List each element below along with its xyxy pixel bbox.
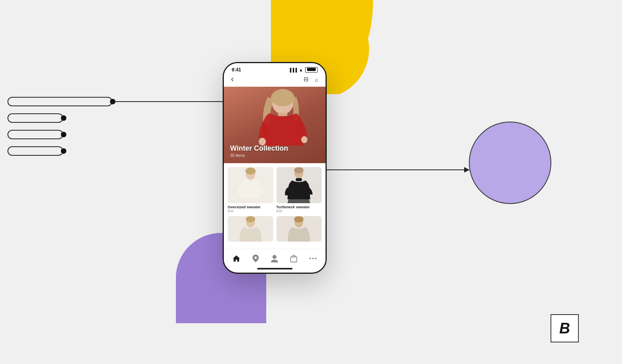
products-section: Oversized sweater $45 xyxy=(224,163,326,249)
status-bar: 9:41 ▐▐▐ ▲ xyxy=(224,63,326,74)
svg-rect-13 xyxy=(278,112,287,116)
tab-profile[interactable] xyxy=(267,252,282,265)
hero-text: Winter Collection 30 items xyxy=(230,144,288,158)
svg-rect-20 xyxy=(296,178,302,181)
product-name: Turtleneck sweater xyxy=(276,205,322,209)
status-time: 9:41 xyxy=(232,67,241,73)
tab-home[interactable] xyxy=(229,252,243,265)
svg-point-4 xyxy=(61,115,66,121)
products-grid: Oversized sweater $45 xyxy=(228,167,322,242)
filter-button[interactable]: ⊟ xyxy=(304,76,309,83)
status-icons: ▐▐▐ ▲ xyxy=(289,67,318,73)
svg-point-24 xyxy=(294,216,304,222)
svg-rect-5 xyxy=(8,130,63,139)
product-card[interactable] xyxy=(276,216,322,242)
svg-marker-10 xyxy=(464,167,470,173)
phone-mockup: 9:41 ▐▐▐ ▲ ‹ ⊟ ⌕ xyxy=(223,62,327,274)
svg-point-15 xyxy=(301,136,307,143)
product-name: Oversized sweater xyxy=(228,205,273,209)
product-card[interactable]: Oversized sweater $45 xyxy=(228,167,273,213)
tab-location[interactable] xyxy=(249,252,263,265)
tab-bag[interactable] xyxy=(287,252,301,265)
svg-point-26 xyxy=(273,255,276,259)
svg-point-12 xyxy=(271,89,295,106)
svg-rect-27 xyxy=(291,257,297,262)
tab-more[interactable] xyxy=(306,252,320,265)
svg-point-19 xyxy=(294,167,304,173)
purple-circle-decoration xyxy=(469,122,551,204)
svg-point-25 xyxy=(254,257,257,259)
product-card[interactable]: Turtleneck sweater $38 xyxy=(276,167,322,213)
battery-icon xyxy=(305,67,318,73)
svg-point-1 xyxy=(110,99,115,104)
tab-bar xyxy=(224,249,326,266)
brand-logo: B xyxy=(551,314,579,342)
nav-bar: ‹ ⊟ ⌕ xyxy=(224,74,326,87)
item-count: 30 items xyxy=(230,153,288,158)
search-button[interactable]: ⌕ xyxy=(315,76,318,83)
product-price: $38 xyxy=(276,209,322,213)
back-button[interactable]: ‹ xyxy=(231,75,234,84)
svg-rect-7 xyxy=(8,147,63,155)
hero-banner: Winter Collection 30 items xyxy=(224,87,326,163)
svg-rect-0 xyxy=(8,97,112,106)
svg-point-8 xyxy=(61,148,66,154)
collection-title: Winter Collection xyxy=(230,144,288,153)
svg-point-22 xyxy=(246,216,255,222)
phone-frame: 9:41 ▐▐▐ ▲ ‹ ⊟ ⌕ xyxy=(223,62,327,274)
home-indicator xyxy=(257,268,293,269)
product-card[interactable] xyxy=(228,216,273,242)
svg-point-6 xyxy=(61,132,66,137)
wifi-icon: ▲ xyxy=(299,67,303,72)
signal-icon: ▐▐▐ xyxy=(289,68,297,72)
svg-rect-3 xyxy=(8,114,63,122)
product-price: $45 xyxy=(228,209,273,213)
svg-point-17 xyxy=(245,167,256,175)
